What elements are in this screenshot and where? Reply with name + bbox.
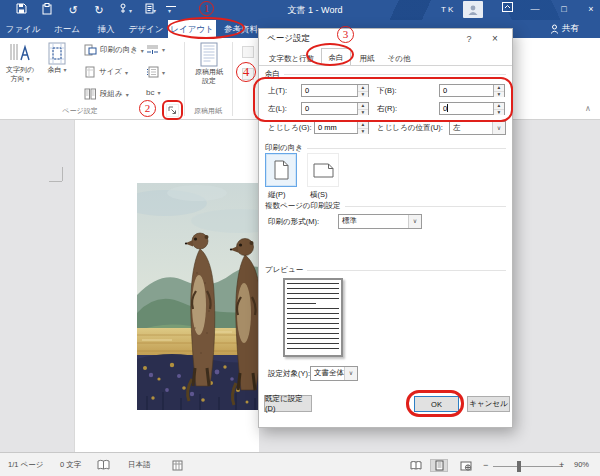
tab-file[interactable]: ファイル — [2, 20, 44, 38]
line-numbers-button[interactable]: ▾ — [146, 66, 165, 78]
multipage-section-header: 複数ページの印刷設定 — [265, 201, 506, 211]
size-menu-button[interactable]: サイズ▾ — [84, 66, 128, 78]
touch-mode-dropdown-icon[interactable]: ▾ — [129, 8, 132, 14]
share-button[interactable]: 共有 — [550, 22, 579, 36]
undo-icon[interactable]: ↺ — [66, 3, 80, 17]
group-label-page-setup: ページ設定 — [45, 106, 115, 116]
ribbon-display-options-icon[interactable] — [496, 0, 518, 19]
clipboard-icon[interactable] — [40, 3, 54, 17]
margins-section-header: 余白 — [265, 69, 506, 79]
hyphenation-button[interactable]: bc ▾ — [146, 88, 160, 97]
dialog-tab-chars-lines[interactable]: 文字数と行数 — [264, 50, 319, 65]
zoom-in-button[interactable]: + — [559, 460, 564, 470]
columns-menu-button[interactable]: 段組み▾ — [84, 88, 129, 100]
avatar[interactable] — [463, 1, 483, 18]
dialog-title: ページ設定 — [267, 33, 310, 45]
print-format-select[interactable]: 標準∨ — [338, 214, 422, 229]
word-window: ↺ ↻ ▾ ▾ ▾ 文書 1 - Word T K — □ × ファイル ホーム… — [0, 0, 600, 476]
group-label-genko: 原稿用紙 — [184, 106, 232, 116]
ime-icon[interactable] — [172, 460, 183, 473]
genko-setup-button[interactable]: 原稿用紙設定 — [188, 42, 230, 85]
zoom-out-button[interactable]: − — [483, 460, 488, 470]
apply-to-label: 設定対象(Y): — [268, 369, 310, 379]
zoom-level[interactable]: 90% — [574, 460, 589, 469]
margins-icon — [46, 42, 68, 66]
print-layout-icon[interactable] — [430, 459, 448, 472]
close-button[interactable]: × — [580, 0, 600, 19]
right-margin-input[interactable]: 0 ▴▾ — [439, 102, 505, 115]
person-icon — [550, 24, 559, 34]
spinner[interactable]: ▴▾ — [493, 103, 504, 114]
tab-references[interactable]: 参考資料 — [220, 20, 262, 38]
meerkat-watercolor-image[interactable] — [137, 183, 277, 410]
language-status[interactable]: 日本語 — [128, 460, 151, 470]
combo-arrow-icon: ∨ — [344, 367, 357, 380]
zoom-slider-thumb[interactable] — [517, 461, 521, 472]
bottom-margin-input[interactable]: 0 ▴▾ — [439, 84, 505, 97]
landscape-button[interactable] — [307, 153, 339, 187]
spinner[interactable]: ▴▾ — [357, 85, 368, 96]
text-direction-label: 文字列の — [6, 66, 34, 73]
share-label: 共有 — [562, 23, 579, 35]
spinner[interactable]: ▴▾ — [357, 103, 368, 114]
gutter-position-label: とじしろの位置(U): — [377, 123, 443, 133]
text-cursor — [447, 104, 448, 112]
customize-qat-icon[interactable]: ▾ — [166, 6, 176, 14]
ok-button[interactable]: OK — [414, 396, 459, 412]
redo-icon[interactable]: ↻ — [92, 3, 106, 17]
touch-mode-icon[interactable] — [116, 3, 130, 17]
group-separator — [184, 42, 185, 116]
gutter-position-select[interactable]: 左∨ — [449, 121, 506, 135]
dialog-close-icon[interactable]: × — [485, 32, 505, 46]
dialog-tab-other[interactable]: その他 — [383, 50, 415, 65]
spinner[interactable]: ▴▾ — [357, 122, 368, 133]
partial-group-icon — [242, 46, 254, 58]
proofing-icon[interactable] — [97, 459, 110, 473]
landscape-label: 横(S) — [310, 190, 328, 200]
page-setup-dialog-launcher[interactable] — [166, 104, 179, 117]
web-layout-icon[interactable] — [457, 459, 475, 472]
top-margin-input[interactable]: 0 ▴▾ — [301, 84, 369, 97]
set-default-button[interactable]: 既定に設定(D) — [264, 395, 312, 412]
portrait-button[interactable] — [265, 153, 297, 187]
size-icon — [84, 66, 96, 78]
page-count-status[interactable]: 1/1 ページ — [8, 460, 43, 470]
right-margin-label: 右(R): — [377, 104, 397, 114]
page-setup-dialog: ページ設定 ? × 文字数と行数 余白 用紙 その他 余白 上(T): 0 ▴▾… — [258, 28, 513, 428]
cancel-button[interactable]: キャンセル — [467, 396, 510, 412]
tab-insert[interactable]: 挿入 — [90, 20, 122, 38]
text-direction-button[interactable]: 文字列の 方向 ▾ — [2, 42, 38, 83]
apply-to-select[interactable]: 文書全体∨ — [310, 366, 358, 381]
maximize-button[interactable]: □ — [553, 0, 575, 19]
zoom-slider-track[interactable] — [493, 466, 563, 467]
breaks-button[interactable]: ▾ — [146, 44, 165, 55]
hyphenation-icon: bc — [146, 88, 154, 97]
word-count-status[interactable]: 0 文字 — [60, 460, 81, 470]
tab-layout[interactable]: レイアウト — [168, 20, 216, 38]
title-bar: ↺ ↻ ▾ ▾ ▾ 文書 1 - Word T K — □ × — [0, 0, 600, 20]
collapse-ribbon-icon[interactable]: ∧ — [580, 102, 596, 116]
gutter-input[interactable]: 0 mm ▴▾ — [314, 121, 369, 134]
left-margin-input[interactable]: 0 ▴▾ — [301, 102, 369, 115]
text-boundary-mark — [49, 181, 62, 182]
print-format-label: 印刷の形式(M): — [268, 217, 319, 227]
titlebar-decoration — [360, 0, 480, 20]
save-icon[interactable] — [14, 3, 28, 17]
text-direction-icon — [9, 42, 31, 66]
orientation-menu-button[interactable]: 印刷の向き▾ — [84, 44, 144, 56]
bottom-margin-label: 下(B): — [377, 86, 397, 96]
dialog-help-icon[interactable]: ? — [461, 32, 477, 46]
tab-home[interactable]: ホーム — [48, 20, 86, 38]
dialog-tab-margins[interactable]: 余白 — [321, 48, 351, 65]
status-bar: 1/1 ページ 0 文字 日本語 − + 90% — [0, 452, 600, 476]
user-initials[interactable]: T K — [441, 5, 453, 14]
dialog-tab-paper[interactable]: 用紙 — [353, 50, 381, 65]
tab-design[interactable]: デザイン — [126, 20, 166, 38]
portrait-label: 縦(P) — [268, 190, 286, 200]
minimize-button[interactable]: — — [524, 0, 546, 19]
portrait-page-icon — [274, 160, 289, 180]
quick-command-dropdown-icon[interactable]: ▾ — [153, 8, 156, 14]
read-mode-icon[interactable] — [407, 459, 425, 472]
margins-button[interactable]: 余白 ▾ — [40, 42, 74, 75]
spinner[interactable]: ▴▾ — [493, 85, 504, 96]
